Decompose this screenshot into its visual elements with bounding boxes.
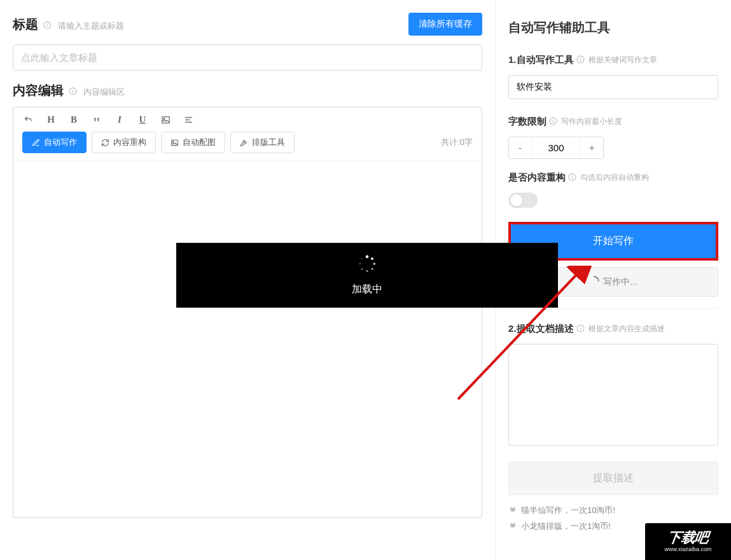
svg-point-27 [366,256,369,259]
info-icon [69,87,77,97]
section1-hint: 根据关键词写作文章 [588,55,657,65]
underline-icon[interactable]: U [137,114,148,125]
clear-cache-button[interactable]: 清除所有缓存 [408,13,482,36]
quote-icon[interactable] [91,114,102,125]
svg-point-15 [580,57,581,58]
tip1-text: 猫半仙写作，一次10淘币! [521,503,615,519]
article-title-input[interactable] [13,44,482,71]
restructure-hint: 勾选后内容自动重构 [580,172,649,183]
restructure-label: 是否内容重构 [508,172,566,184]
wordlimit-value-input[interactable] [532,137,580,158]
info-icon [576,324,585,334]
svg-point-2 [47,23,48,24]
title-section-heading: 标题 [13,17,38,31]
watermark-url: www.xiazaiba.com [664,546,711,552]
content-hint: 内容编辑区 [83,87,125,97]
svg-point-18 [553,119,553,120]
description-textarea[interactable] [508,344,718,446]
wordlimit-hint: 写作内容最小长度 [561,116,622,127]
info-icon [43,21,52,31]
svg-point-5 [73,90,73,90]
format-toolbar: H B I U [13,107,482,132]
pencil-icon [32,139,40,147]
image-icon[interactable] [160,114,171,125]
svg-point-7 [164,118,165,119]
svg-point-32 [361,268,363,270]
keyword-input[interactable] [508,75,718,99]
editor-box: H B I U 自动写作 内容重构 自动配图 [13,107,482,518]
word-counter: 共计:0字 [441,137,473,148]
svg-point-21 [572,175,573,175]
undo-icon[interactable] [22,114,34,125]
svg-point-33 [359,263,361,265]
align-icon[interactable] [183,114,194,125]
restructure-button[interactable]: 内容重构 [92,132,156,153]
svg-point-31 [366,270,368,272]
section1-label: 1.自动写作工具 [508,54,574,66]
auto-image-button[interactable]: 自动配图 [161,132,225,153]
svg-point-24 [580,326,581,327]
stepper-plus-button[interactable]: + [580,137,603,158]
info-icon [568,173,576,183]
loading-text: 加载中 [352,283,382,296]
bold-icon[interactable]: B [68,114,80,125]
auto-write-button[interactable]: 自动写作 [22,132,87,153]
spinner-icon [358,254,377,275]
watermark-logo: 下载吧 www.xiazaiba.com [645,523,731,560]
title-hint: 请输入主题或标题 [58,21,124,31]
cat-icon [508,503,517,519]
section2-hint: 根据文章内容生成描述 [588,324,665,334]
stepper-minus-button[interactable]: - [509,137,532,158]
editor-textarea[interactable] [13,161,482,517]
loading-overlay: 加载中 [176,243,558,308]
sidebar-title: 自动写作辅助工具 [508,19,718,36]
svg-point-29 [373,263,376,265]
picture-icon [171,139,179,147]
cat-icon [508,519,517,535]
loading-icon [589,276,599,288]
section2-label: 2.提取文档描述 [508,323,574,335]
svg-point-12 [173,141,174,142]
wordlimit-stepper: - + [508,137,604,159]
action-toolbar: 自动写作 内容重构 自动配图 排版工具 共计:0字 [13,132,482,161]
refresh-icon [101,139,109,147]
wrench-icon [240,139,248,147]
info-icon [576,55,585,65]
watermark-name: 下载吧 [667,531,710,545]
svg-point-28 [371,257,373,260]
italic-icon[interactable]: I [114,114,125,125]
layout-tool-button[interactable]: 排版工具 [230,132,295,153]
content-section-heading: 内容编辑 [13,83,64,97]
tip2-text: 小龙猫排版，一次1淘币! [521,519,611,535]
wordlimit-label: 字数限制 [508,116,547,128]
restructure-toggle[interactable] [508,193,538,208]
svg-point-34 [361,258,363,259]
heading-icon[interactable]: H [45,114,57,125]
svg-point-30 [371,268,373,270]
info-icon [549,117,557,127]
extract-description-button[interactable]: 提取描述 [508,461,718,495]
